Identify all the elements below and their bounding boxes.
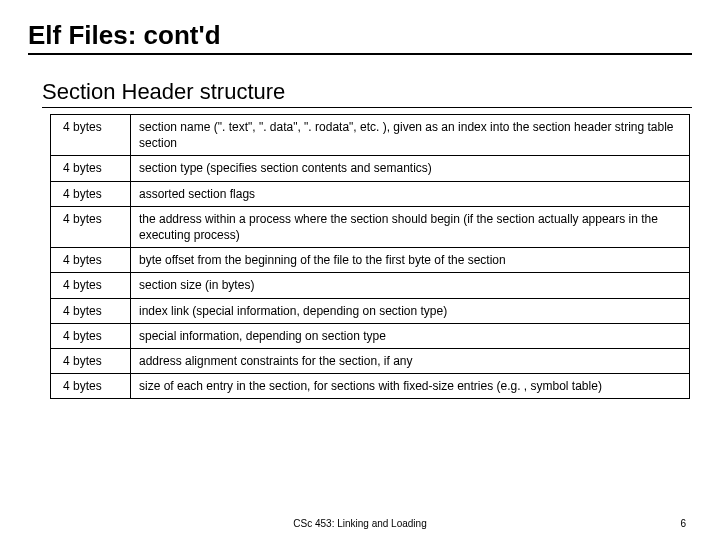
field-size: 4 bytes bbox=[51, 348, 131, 373]
field-description: the address within a process where the s… bbox=[131, 206, 690, 247]
section-header-table-wrap: 4 bytessection name (". text", ". data",… bbox=[50, 114, 690, 399]
section-header-table: 4 bytessection name (". text", ". data",… bbox=[50, 114, 690, 399]
table-row: 4 bytesspecial information, depending on… bbox=[51, 323, 690, 348]
field-description: special information, depending on sectio… bbox=[131, 323, 690, 348]
field-size: 4 bytes bbox=[51, 323, 131, 348]
field-description: byte offset from the beginning of the fi… bbox=[131, 248, 690, 273]
field-size: 4 bytes bbox=[51, 156, 131, 181]
table-row: 4 bytessection name (". text", ". data",… bbox=[51, 115, 690, 156]
table-row: 4 bytesbyte offset from the beginning of… bbox=[51, 248, 690, 273]
table-row: 4 bytesaddress alignment constraints for… bbox=[51, 348, 690, 373]
table-row: 4 bytessection size (in bytes) bbox=[51, 273, 690, 298]
field-description: section name (". text", ". data", ". rod… bbox=[131, 115, 690, 156]
field-size: 4 bytes bbox=[51, 115, 131, 156]
field-description: index link (special information, dependi… bbox=[131, 298, 690, 323]
table-row: 4 bytessize of each entry in the section… bbox=[51, 374, 690, 399]
field-description: address alignment constraints for the se… bbox=[131, 348, 690, 373]
field-size: 4 bytes bbox=[51, 273, 131, 298]
field-size: 4 bytes bbox=[51, 206, 131, 247]
field-description: size of each entry in the section, for s… bbox=[131, 374, 690, 399]
field-size: 4 bytes bbox=[51, 248, 131, 273]
field-description: section type (specifies section contents… bbox=[131, 156, 690, 181]
slide-title: Elf Files: cont'd bbox=[28, 20, 692, 55]
slide-subtitle: Section Header structure bbox=[42, 79, 692, 108]
table-row: 4 bytessection type (specifies section c… bbox=[51, 156, 690, 181]
table-row: 4 bytesthe address within a process wher… bbox=[51, 206, 690, 247]
table-row: 4 bytesindex link (special information, … bbox=[51, 298, 690, 323]
field-size: 4 bytes bbox=[51, 298, 131, 323]
footer-page-number: 6 bbox=[680, 518, 686, 529]
field-size: 4 bytes bbox=[51, 181, 131, 206]
field-size: 4 bytes bbox=[51, 374, 131, 399]
field-description: assorted section flags bbox=[131, 181, 690, 206]
footer-course: CSc 453: Linking and Loading bbox=[293, 518, 426, 529]
field-description: section size (in bytes) bbox=[131, 273, 690, 298]
table-row: 4 bytesassorted section flags bbox=[51, 181, 690, 206]
